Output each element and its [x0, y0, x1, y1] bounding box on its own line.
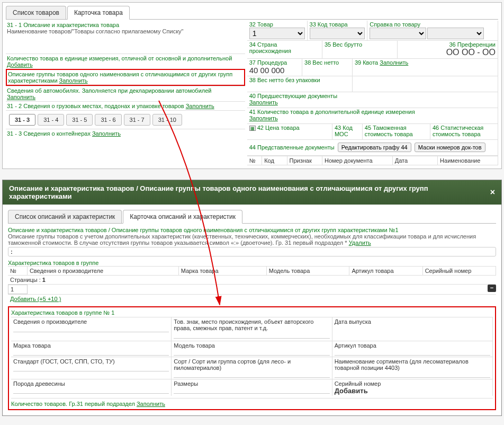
- add-button-bold[interactable]: Добавить: [335, 387, 368, 395]
- left-column: 31 - 1 Описание и характеристика товара …: [6, 21, 247, 165]
- field-producer-label: Сведения о производителе: [13, 318, 169, 325]
- right-column: 32 Товар 1 33 Код товара Справка по това…: [247, 21, 498, 165]
- colon-value: :: [8, 247, 496, 256]
- delete-link[interactable]: Удалить: [349, 240, 371, 246]
- containers-label: 31 - 3 Сведения о контейнерах: [7, 130, 91, 137]
- field-model-label: Модель товара: [174, 342, 329, 349]
- section-31-1-title: 31 - 1 Описание и характеристика товара: [7, 22, 119, 28]
- select-ref-1[interactable]: [370, 28, 426, 39]
- prev-docs-fill[interactable]: Заполнить: [249, 99, 278, 105]
- field-sort-input[interactable]: [174, 371, 329, 378]
- field-standard-label: Стандарт (ГОСТ, ОСТ, СПП, СТО, ТУ): [13, 358, 169, 365]
- label-35: 35 Вес брутто: [325, 41, 395, 48]
- select-ref-2[interactable]: [427, 28, 484, 39]
- tab-goods-card[interactable]: Карточка товара: [67, 6, 130, 20]
- label-32: 32 Товар: [249, 21, 305, 28]
- dialog-title-line: Описание и характеристика товаров / Опис…: [8, 227, 399, 233]
- top-tabs: Список товаров Карточка товара: [6, 6, 498, 20]
- label-38b: 38 Вес нетто без упаковки: [249, 77, 350, 83]
- group-char-table-header: № Сведения о производителе Марка товара …: [8, 266, 496, 276]
- row-number: 1: [8, 285, 28, 294]
- subtab-31-5[interactable]: 31 - 5: [66, 114, 93, 126]
- group-char-heading: Характеристика товаров в группе: [8, 260, 98, 266]
- remove-row-button[interactable]: −: [488, 285, 496, 292]
- tab-goods-list[interactable]: Список товаров: [6, 6, 66, 19]
- label-45: 45 Таможенная стоимость товара: [365, 125, 428, 137]
- label-36: 36 Преференции: [400, 41, 496, 48]
- value-37: 40 00 000: [249, 66, 285, 75]
- char-card-title: Характеристика товаров в группе № 1: [11, 309, 114, 316]
- label-ref: Справка по товару: [370, 21, 496, 28]
- qty-diff-unit-label: Количество товара в единице измерения, о…: [7, 55, 232, 61]
- label-46: 46 Статистическая стоимость товара: [433, 125, 496, 137]
- field-brand-label: Марка товара: [13, 342, 169, 349]
- qty-goods-fill[interactable]: Заполнить: [137, 401, 165, 407]
- label-40: 40 Предшествующие документы: [249, 93, 496, 99]
- docs-table-header: № Код Признак Номер документа Дата Наиме…: [247, 156, 498, 165]
- pages-label: Страницы :: [10, 277, 41, 283]
- dialog-close-button[interactable]: ×: [490, 188, 495, 197]
- group-desc-label: Описание группы товаров одного наименова…: [8, 71, 232, 84]
- auto-fill-link[interactable]: Заполнить: [7, 94, 35, 100]
- field-article-input[interactable]: [335, 349, 490, 356]
- field-brand-input[interactable]: [13, 349, 169, 356]
- field-wood-label: Порода древесины: [13, 380, 169, 387]
- field-trademark-input[interactable]: [174, 331, 329, 339]
- char-card-highlight: Характеристика товаров в группе № 1 Свед…: [8, 306, 496, 410]
- mask-docnum-button[interactable]: Маски номеров док-тов: [415, 143, 485, 152]
- field-assortment-input[interactable]: [335, 371, 490, 378]
- subtab-31-7[interactable]: 31 - 7: [124, 114, 150, 126]
- label-33: 33 Код товара: [310, 21, 365, 28]
- label-38: 38 Вес нетто: [304, 59, 350, 66]
- dialog-header: Описание и характеристика товаров / Опис…: [3, 180, 501, 205]
- field-release-date-label: Дата выпуска: [335, 318, 490, 325]
- value-36: ОО ОО - ОО: [446, 48, 496, 57]
- label-34: 34 Страна происхождения: [249, 41, 320, 54]
- label-41: 41 Количество товара в дополнительной ед…: [249, 109, 496, 115]
- subtab-31-10[interactable]: 31 - 10: [152, 114, 182, 126]
- field-assortment-label: Наименование сортимента (для лесоматериа…: [335, 358, 490, 371]
- add-link[interactable]: Добавить: [7, 61, 33, 68]
- calendar-icon[interactable]: ▦: [249, 126, 256, 131]
- tab-desc-card[interactable]: Карточка описаний и характеристик: [123, 210, 242, 224]
- auto-info-label: Сведения об автомобилях. Заполняется при…: [7, 87, 211, 94]
- containers-fill-link[interactable]: Заполнить: [92, 130, 121, 137]
- subtab-31-4[interactable]: 31 - 4: [38, 114, 64, 126]
- field-size-label: Размеры: [174, 380, 329, 387]
- field-serial-label: Серийный номер: [335, 380, 490, 387]
- section-31-subtabs: 31 - 3 31 - 4 31 - 5 31 - 6 31 - 7 31 - …: [7, 112, 244, 128]
- add-row-link[interactable]: Добавить (+5 +10 ): [10, 296, 61, 302]
- label-37: 37 Процедура: [249, 59, 300, 66]
- cargo-info-label: 31 - 2 Сведения о грузовых местах, поддо…: [7, 103, 184, 109]
- subtab-31-6[interactable]: 31 - 6: [95, 114, 121, 126]
- dialog-desc-text: Описание группы товаров с учетом дополни…: [8, 233, 476, 246]
- field-wood-input[interactable]: [13, 387, 169, 394]
- cargo-fill-link[interactable]: Заполнить: [186, 103, 214, 109]
- dialog-title: Описание и характеристика товаров / Опис…: [9, 184, 490, 200]
- field-producer-input[interactable]: [13, 325, 169, 332]
- group-desc-highlight: Описание группы товаров одного наименова…: [6, 69, 245, 86]
- field-article-label: Артикул товара: [335, 342, 490, 349]
- current-page: 1: [42, 277, 46, 283]
- edit-44-button[interactable]: Редактировать графу 44: [338, 143, 411, 152]
- select-32-goods[interactable]: 1: [249, 28, 305, 39]
- qty-extra-unit-fill[interactable]: Заполнить: [249, 115, 278, 121]
- label-44: 44 Представленные документы: [249, 144, 335, 150]
- top-panel: Список товаров Карточка товара 31 - 1 Оп…: [2, 2, 502, 169]
- subtab-31-3[interactable]: 31 - 3: [9, 114, 35, 126]
- tab-desc-list[interactable]: Список описаний и характеристик: [8, 210, 122, 223]
- field-standard-input[interactable]: [13, 365, 169, 371]
- goods-name-label: Наименование товаров/"Товары согласно пр…: [7, 28, 183, 34]
- select-33-code[interactable]: [310, 28, 365, 39]
- field-size-input[interactable]: [174, 387, 329, 394]
- field-sort-label: Сорт / Сорт или группа сортов (для лесо-…: [174, 358, 329, 371]
- label-43: 43 Код МОС: [335, 125, 360, 137]
- field-model-input[interactable]: [174, 349, 329, 356]
- characteristics-dialog: Описание и характеристика товаров / Опис…: [2, 180, 502, 416]
- qty-goods-label: Количество товаров. Гр.31 первый подразд…: [11, 401, 135, 407]
- label-42: ▦ 42 Цена товара: [249, 125, 330, 131]
- group-desc-fill[interactable]: Заполнить: [59, 77, 88, 84]
- field-trademark-label: Тов. знак, место происхождения, объект а…: [174, 318, 329, 331]
- label-39: 39 Квота Заполнить: [355, 59, 496, 66]
- quota-fill-link[interactable]: Заполнить: [380, 59, 408, 66]
